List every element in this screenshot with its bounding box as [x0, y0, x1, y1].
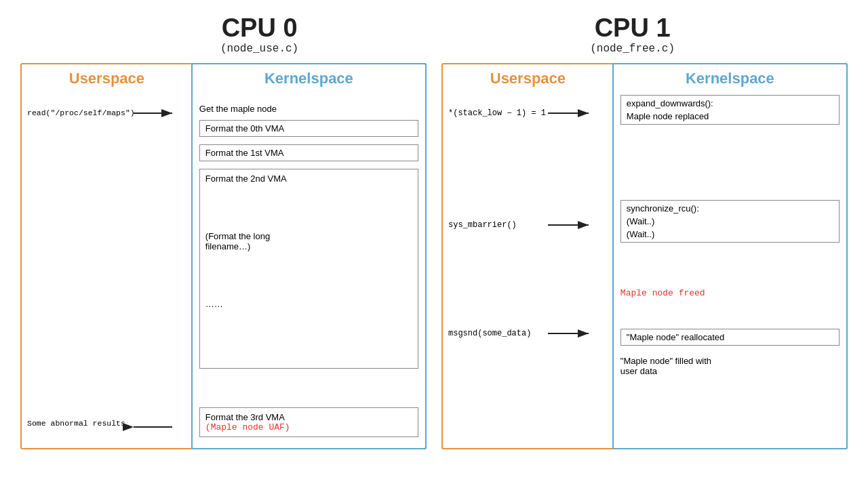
maple-filled-line1: "Maple node" filled with — [620, 356, 840, 366]
format-2nd-line3: filename…) — [205, 241, 412, 251]
sys-mbarrier: sys_mbarrier() — [448, 220, 517, 230]
cpu0-panel: Userspace read("/proc/self/maps") Some a… — [20, 63, 427, 449]
cpu1-kernelspace-label: Kernelspace — [620, 70, 840, 87]
expand-downwards-box: expand_downwards(): Maple node replaced — [620, 95, 840, 125]
stack-write: *(stack_low − 1) = 1 — [448, 108, 546, 118]
wait1-text: (Wait..) — [627, 216, 833, 226]
cpu1-kernelspace: Kernelspace expand_downwards(): Maple no… — [612, 63, 848, 449]
cpu0-kernelspace-label: Kernelspace — [199, 70, 418, 87]
format-3rd-line1: Format the 3rd VMA — [205, 412, 412, 422]
msgsnd: msgsnd(some_data) — [448, 329, 531, 338]
format-3rd-vma: Format the 3rd VMA (Maple node UAF) — [199, 407, 418, 437]
expand-downwards-text: expand_downwards(): — [627, 98, 833, 108]
cpu1-userspace-label: Userspace — [450, 70, 606, 87]
cpu0-userspace: Userspace read("/proc/self/maps") Some a… — [22, 64, 193, 448]
format-1st-vma: Format the 1st VMA — [199, 144, 418, 161]
abnormal-results: Some abnormal results — [27, 419, 125, 428]
format-2nd-line1: Format the 2nd VMA — [205, 174, 412, 184]
maple-reallocated-text: "Maple node" reallocated — [627, 332, 833, 342]
maple-node-freed: Maple node freed — [620, 288, 705, 298]
maple-node-uaf: (Maple node UAF) — [205, 422, 412, 432]
format-2nd-line2: (Format the long — [205, 231, 412, 241]
format-2nd-vma: Format the 2nd VMA (Format the long file… — [199, 169, 418, 369]
read-call: read("/proc/self/maps") — [27, 108, 135, 117]
maple-replaced-text: Maple node replaced — [627, 111, 833, 121]
cpu1-header: CPU 1 (node_free.c) — [590, 14, 675, 55]
maple-reallocated-box: "Maple node" reallocated — [620, 329, 840, 346]
cpu1-panel: Userspace *(stack_low − 1) = 1 sys_mbarr… — [441, 63, 848, 449]
cpu1-filename: (node_free.c) — [590, 43, 675, 55]
cpu0-filename: (node_use.c) — [220, 43, 298, 55]
maple-filled: "Maple node" filled with user data — [620, 356, 840, 376]
synchronize-rcu-box: synchronize_rcu(): (Wait..) (Wait..) — [620, 200, 840, 243]
cpu1-userspace: Userspace *(stack_low − 1) = 1 sys_mbarr… — [443, 64, 614, 448]
page: CPU 0 (node_use.c) CPU 1 (node_free.c) U… — [0, 0, 868, 488]
cpu0-userspace-label: Userspace — [28, 70, 185, 87]
format-0th-vma: Format the 0th VMA — [199, 120, 418, 137]
maple-filled-line2: user data — [620, 366, 840, 376]
cpu0-title: CPU 0 — [220, 14, 298, 43]
cpu0-header: CPU 0 (node_use.c) — [220, 14, 298, 55]
cpu0-kernelspace: Kernelspace Get the maple node Format th… — [191, 63, 427, 449]
format-2nd-dots: …… — [205, 299, 412, 309]
cpu1-title: CPU 1 — [590, 14, 675, 43]
wait2-text: (Wait..) — [627, 229, 833, 239]
sync-rcu-text: synchronize_rcu(): — [627, 203, 833, 214]
get-maple-node: Get the maple node — [199, 104, 277, 114]
